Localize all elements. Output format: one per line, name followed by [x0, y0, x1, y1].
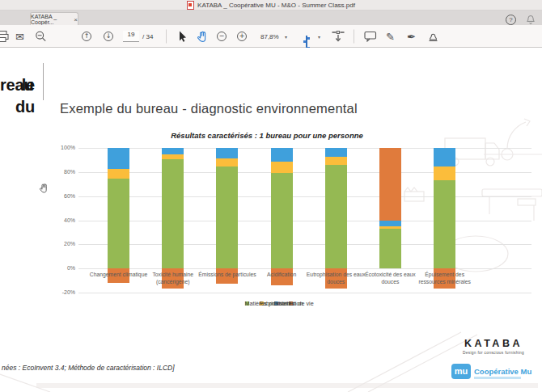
cooperative-mu-small-text [474, 377, 521, 379]
toolbar: ✉ ↑ ↓ 19 / 34 − + 87,8% ▾ ▾ [0, 25, 542, 48]
gridline [78, 268, 531, 269]
pencil-edit-icon[interactable]: ✎ [386, 31, 395, 41]
bar-segment [434, 180, 455, 268]
window-title: KATABA _ Coopérative MU - M&O - Summer C… [197, 2, 355, 9]
zoom-level-value[interactable]: 87,8% [260, 32, 279, 40]
y-axis-tick-label: -20% [47, 289, 75, 295]
scroll-mode-icon[interactable] [331, 30, 345, 43]
hand-tool-icon[interactable] [197, 30, 209, 42]
bar-segment [108, 148, 129, 169]
category-label: Épuisement des ressources minérales [413, 272, 477, 286]
help-icon[interactable]: ? [506, 15, 516, 25]
legend-item: Fabrication [260, 301, 264, 306]
y-axis-tick-label: 0% [47, 265, 75, 271]
kataba-logo: KATABA [461, 338, 526, 349]
bar-segment [379, 148, 401, 221]
bar-segment [216, 148, 238, 158]
window-titlebar: KATABA _ Coopérative MU - M&O - Summer C… [0, 0, 542, 11]
chart-legend: Matières premièresFabricationDistributio… [78, 301, 459, 306]
sign-icon[interactable]: ✒ [407, 31, 416, 41]
legend-item: Distribution [274, 301, 278, 306]
kataba-tagline: Design for conscious furnishing [461, 351, 526, 355]
search-zoom-icon[interactable] [35, 30, 47, 42]
zoom-out-icon[interactable]: − [217, 32, 227, 41]
pdf-file-icon [187, 1, 194, 10]
bar-segment [271, 162, 293, 172]
bar-segment [162, 159, 184, 268]
next-page-icon[interactable]: ↓ [104, 32, 113, 41]
y-axis-tick-label: 80% [47, 169, 75, 175]
page-number-input[interactable]: 19 [123, 31, 139, 42]
pdf-viewer-window: KATABA _ Coopérative MU - M&O - Summer C… [0, 0, 542, 392]
bar-segment [271, 173, 293, 268]
bar-segment [271, 148, 293, 162]
zoom-in-icon[interactable]: + [237, 32, 247, 41]
chart-subtitle: Résultats caractérisés : 1 bureau pour u… [81, 131, 453, 140]
bar-segment [434, 148, 455, 166]
legend-label: Fin de vie [289, 300, 314, 307]
gridline [78, 244, 531, 245]
tab-bar: KATABA _ Coopér... × ? [0, 11, 542, 25]
legend-item: Matières premières [245, 301, 249, 306]
data-source-note: nées : EcoInvent 3.4; Méthode de caracté… [2, 364, 175, 372]
bar-segment [379, 221, 401, 226]
gridline [78, 172, 531, 173]
slide-title: Exemple du bureau - diagnostic environne… [60, 101, 358, 116]
bar-segment [325, 165, 347, 268]
bell-icon[interactable] [526, 15, 536, 25]
select-cursor-icon[interactable] [178, 30, 188, 42]
comment-icon[interactable] [364, 31, 377, 42]
bar-segment [379, 229, 401, 268]
page-count-label: / 34 [142, 32, 153, 40]
y-axis-tick-label: 100% [47, 145, 75, 150]
y-axis-tick-label: 40% [47, 217, 75, 223]
bar-segment [216, 166, 238, 268]
gridline [78, 221, 531, 221]
cooperative-mu-logo-icon: mu [451, 364, 471, 379]
tab-label: KATABA _ Coopér... [31, 14, 71, 25]
bar-segment [108, 179, 129, 268]
bar-segment [162, 148, 184, 154]
gridline [78, 293, 531, 293]
document-tab[interactable]: KATABA _ Coopér... × [30, 12, 78, 26]
zoom-caret-icon[interactable]: ▾ [285, 33, 287, 39]
print-icon[interactable] [0, 30, 9, 42]
bar-segment [108, 169, 129, 179]
hand-cursor [39, 183, 49, 193]
bar-segment [162, 154, 184, 159]
y-axis-tick-label: 20% [47, 241, 75, 247]
slide-divider-line [43, 63, 44, 100]
bar-segment [379, 226, 401, 229]
bar-segment [434, 166, 455, 180]
page-display-caret-icon[interactable]: ▾ [318, 33, 320, 39]
y-axis-tick-label: 60% [47, 193, 75, 199]
legend-item: Fin de vie [289, 301, 293, 306]
toolbar-divider [354, 29, 354, 43]
gridline [78, 148, 531, 149]
pdf-page-canvas[interactable]: le du reau Exemple du bureau - diagnosti… [0, 48, 542, 392]
bar-segment [216, 158, 238, 166]
bar-segment [325, 148, 347, 156]
stamp-icon[interactable] [427, 30, 439, 42]
cooperative-mu-name: Coopérative Mu [474, 367, 531, 376]
email-icon[interactable]: ✉ [15, 31, 24, 41]
gridline [78, 196, 531, 197]
previous-page-icon[interactable]: ↑ [82, 32, 91, 41]
tab-close-icon[interactable]: × [74, 16, 78, 23]
bar-segment [325, 157, 347, 165]
toolbar-divider [166, 29, 167, 43]
